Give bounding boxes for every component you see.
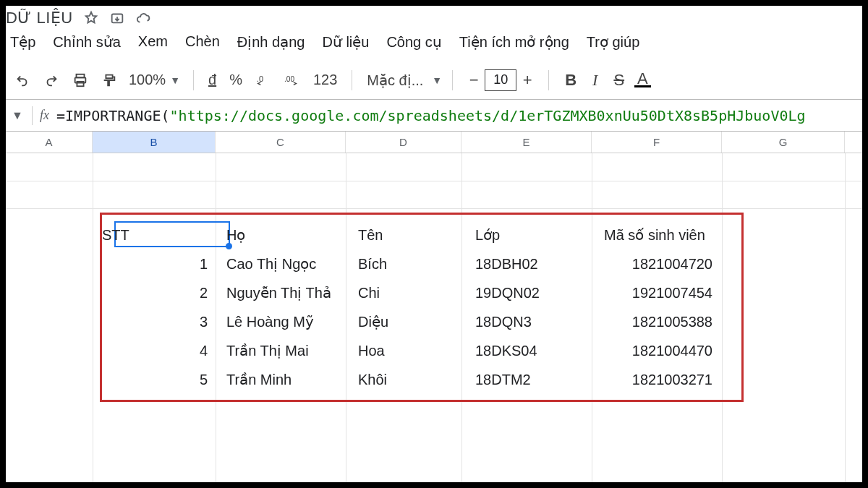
- font-size-box: − 10 +: [463, 69, 538, 91]
- paint-format-icon[interactable]: [97, 68, 122, 93]
- menu-data[interactable]: Dữ liệu: [322, 33, 369, 51]
- move-icon[interactable]: [109, 10, 125, 26]
- col-header-f[interactable]: F: [592, 132, 722, 153]
- menu-extensions[interactable]: Tiện ích mở rộng: [459, 33, 569, 51]
- separator: [548, 70, 549, 90]
- header-ten[interactable]: Tên: [350, 221, 466, 249]
- name-box-dropdown[interactable]: ▼: [10, 109, 25, 122]
- header-lop[interactable]: Lớp: [467, 221, 597, 249]
- menu-view[interactable]: Xem: [138, 33, 168, 51]
- separator: [452, 70, 453, 90]
- table-row: 5 Trần Minh Khôi 18DTM2 1821003271: [94, 366, 722, 393]
- menu-file[interactable]: Tệp: [10, 33, 35, 51]
- cloud-icon[interactable]: [135, 10, 151, 26]
- table-row: 2 Nguyễn Thị Thả Chi 19DQN02 1921007454: [94, 279, 722, 307]
- title-bar: DỮ LIỆU: [6, 6, 862, 29]
- decrease-decimal-icon[interactable]: .0: [251, 68, 276, 93]
- font-size-input[interactable]: 10: [485, 69, 516, 91]
- col-header-c[interactable]: C: [216, 132, 346, 153]
- col-header-d[interactable]: D: [346, 132, 461, 153]
- svg-text:.00: .00: [284, 74, 294, 82]
- strike-button[interactable]: S: [608, 71, 630, 90]
- header-stt[interactable]: STT: [94, 221, 217, 249]
- bold-button[interactable]: B: [559, 71, 582, 90]
- table-row: 4 Trần Thị Mai Hoa 18DKS04 1821004470: [94, 337, 722, 364]
- undo-icon[interactable]: [10, 68, 35, 93]
- col-header-a[interactable]: A: [6, 132, 93, 153]
- column-headers: A B C D E F G: [6, 132, 862, 153]
- decrease-font-button[interactable]: −: [463, 71, 485, 90]
- percent-button[interactable]: %: [225, 72, 247, 88]
- fx-icon: fx: [40, 108, 49, 123]
- print-icon[interactable]: [68, 68, 93, 93]
- menu-format[interactable]: Định dạng: [237, 33, 305, 51]
- grid-area[interactable]: STT Họ Tên Lớp Mã số sinh viên 1 Cao Thị…: [6, 153, 862, 488]
- menu-tools[interactable]: Công cụ: [386, 33, 441, 51]
- separator: [32, 106, 33, 125]
- table-row: 1 Cao Thị Ngọc Bích 18DBH02 1821004720: [94, 250, 722, 278]
- col-header-b[interactable]: B: [93, 132, 216, 153]
- table-row: 3 Lê Hoàng Mỹ Diệu 18DQN3 1821005388: [94, 308, 722, 335]
- currency-button[interactable]: đ: [204, 72, 221, 88]
- number-format-button[interactable]: 123: [309, 72, 341, 88]
- svg-text:.0: .0: [257, 74, 263, 82]
- separator: [193, 70, 194, 90]
- redo-icon[interactable]: [39, 68, 64, 93]
- menu-bar: Tệp Chỉnh sửa Xem Chèn Định dạng Dữ liệu…: [6, 29, 862, 61]
- data-table: STT Họ Tên Lớp Mã số sinh viên 1 Cao Thị…: [93, 220, 723, 395]
- separator: [352, 70, 352, 90]
- increase-decimal-icon[interactable]: .00: [280, 68, 305, 93]
- menu-edit[interactable]: Chỉnh sửa: [53, 33, 121, 51]
- formula-bar: ▼ fx =IMPORTRANGE("https://docs.google.c…: [6, 100, 862, 132]
- text-color-button[interactable]: A: [634, 72, 651, 87]
- menu-insert[interactable]: Chèn: [185, 33, 220, 51]
- font-select[interactable]: Mặc đị...▼: [362, 72, 442, 89]
- chevron-down-icon: ▼: [432, 74, 442, 86]
- table-header-row: STT Họ Tên Lớp Mã số sinh viên: [94, 221, 722, 249]
- header-ho[interactable]: Họ: [218, 221, 349, 249]
- doc-title[interactable]: DỮ LIỆU: [6, 9, 73, 27]
- toolbar: 100%▼ đ % .0 .00 123 Mặc đị...▼ − 10 + B…: [6, 61, 862, 100]
- header-msv[interactable]: Mã số sinh viên: [599, 221, 722, 249]
- menu-help[interactable]: Trợ giúp: [587, 33, 640, 51]
- italic-button[interactable]: I: [587, 71, 603, 90]
- zoom-select[interactable]: 100%▼: [126, 72, 183, 88]
- star-icon[interactable]: [83, 10, 99, 26]
- increase-font-button[interactable]: +: [516, 71, 538, 90]
- formula-input[interactable]: =IMPORTRANGE("https://docs.google.com/sp…: [56, 107, 806, 124]
- col-header-e[interactable]: E: [461, 132, 592, 153]
- chevron-down-icon: ▼: [170, 74, 180, 86]
- col-header-g[interactable]: G: [722, 132, 845, 153]
